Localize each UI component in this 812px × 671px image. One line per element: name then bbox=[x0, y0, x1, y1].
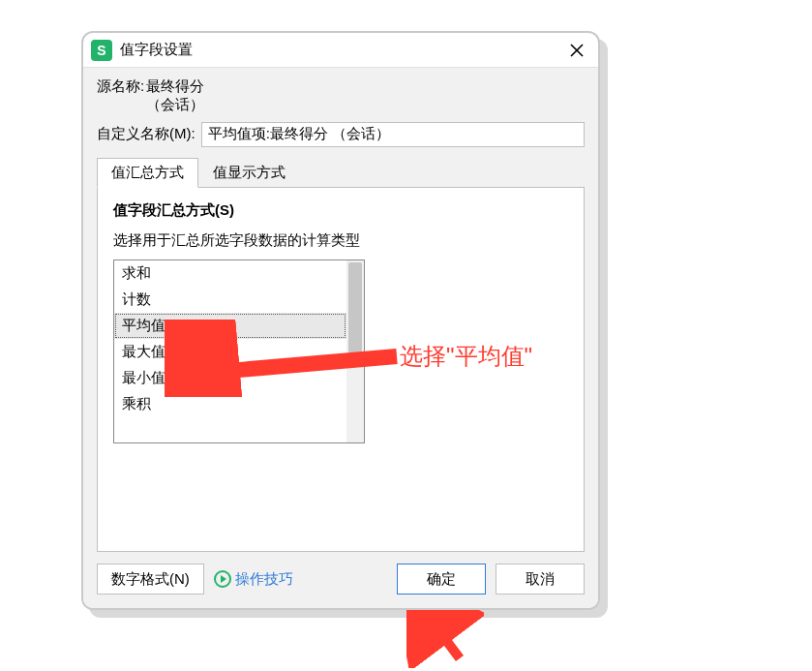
list-item[interactable]: 乘积 bbox=[114, 391, 346, 417]
calc-type-listbox[interactable]: 求和计数平均值最大值最小值乘积 bbox=[114, 260, 346, 442]
close-icon bbox=[570, 44, 584, 57]
custom-name-input[interactable] bbox=[201, 122, 585, 147]
list-item[interactable]: 最大值 bbox=[114, 339, 346, 365]
play-icon bbox=[214, 570, 231, 588]
list-item[interactable]: 求和 bbox=[114, 260, 346, 287]
panel-description: 选择用于汇总所选字段数据的计算类型 bbox=[113, 231, 568, 250]
scrollbar-thumb[interactable] bbox=[348, 262, 362, 354]
custom-name-row: 自定义名称(M): bbox=[97, 122, 585, 147]
dialog-footer: 数字格式(N) 操作技巧 确定 取消 bbox=[83, 552, 598, 608]
number-format-button[interactable]: 数字格式(N) bbox=[97, 564, 204, 595]
panel-title: 值字段汇总方式(S) bbox=[113, 201, 568, 220]
tips-label: 操作技巧 bbox=[235, 570, 293, 589]
value-field-settings-dialog: S 值字段设置 源名称: 最终得分 （会话） 自定义名称(M): 值汇总方式 值… bbox=[81, 31, 600, 610]
source-line2: （会话） bbox=[146, 96, 204, 112]
tab-display[interactable]: 值显示方式 bbox=[198, 158, 300, 188]
tab-strip: 值汇总方式 值显示方式 bbox=[97, 157, 585, 187]
source-row: 源名称: 最终得分 （会话） bbox=[97, 77, 585, 114]
list-item[interactable]: 平均值 bbox=[114, 313, 346, 339]
dialog-title: 值字段设置 bbox=[120, 41, 563, 59]
list-item[interactable]: 最小值 bbox=[114, 365, 346, 391]
arrow-to-ok bbox=[406, 610, 484, 668]
tips-link[interactable]: 操作技巧 bbox=[214, 570, 293, 589]
summary-panel: 值字段汇总方式(S) 选择用于汇总所选字段数据的计算类型 求和计数平均值最大值最… bbox=[97, 187, 585, 553]
dialog-body: 源名称: 最终得分 （会话） 自定义名称(M): 值汇总方式 值显示方式 值字段… bbox=[83, 68, 598, 552]
source-line1: 最终得分 bbox=[146, 77, 204, 94]
svg-line-5 bbox=[431, 620, 460, 658]
app-icon: S bbox=[91, 40, 112, 61]
titlebar: S 值字段设置 bbox=[83, 33, 598, 68]
ok-button[interactable]: 确定 bbox=[397, 564, 486, 595]
tab-summary[interactable]: 值汇总方式 bbox=[97, 158, 198, 188]
calc-type-listbox-wrap: 求和计数平均值最大值最小值乘积 bbox=[113, 259, 365, 443]
custom-name-label: 自定义名称(M): bbox=[97, 125, 195, 143]
list-item[interactable]: 计数 bbox=[114, 287, 346, 313]
source-value: 最终得分 （会话） bbox=[146, 77, 204, 114]
source-label: 源名称: bbox=[97, 77, 144, 96]
close-button[interactable] bbox=[563, 37, 590, 64]
scrollbar-track[interactable] bbox=[346, 260, 364, 442]
cancel-button[interactable]: 取消 bbox=[496, 564, 585, 595]
